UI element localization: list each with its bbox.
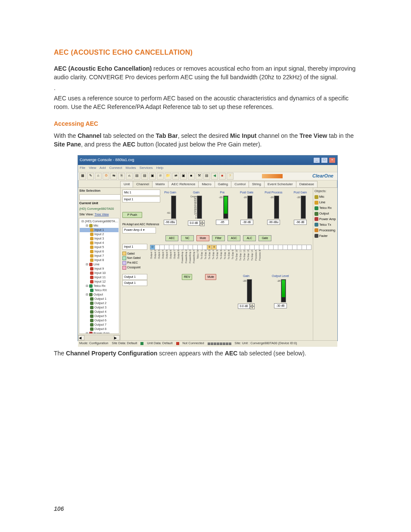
tree-item[interactable]: Input 6 [80, 249, 118, 254]
tree-item[interactable]: Output 3 [80, 305, 118, 310]
tab-string[interactable]: String [249, 181, 265, 187]
tool-icon[interactable]: ▤ [141, 173, 148, 180]
object-item[interactable]: Power Amp [314, 217, 336, 222]
output-gain-spinner[interactable]: 0.0 dB▴▾ [238, 303, 255, 309]
tool-icon[interactable]: 📁 [165, 173, 171, 180]
tree-view[interactable]: ⊟ (HD) Converge880TA… ⊟ Mic Input 1 Inpu… [79, 218, 119, 334]
menu-view[interactable]: View [89, 166, 96, 170]
tool-icon[interactable]: ⎚ [157, 173, 164, 180]
tree-item[interactable]: Input 4 [80, 241, 118, 245]
output-gain-slider[interactable] [247, 279, 252, 302]
agc-button[interactable]: AGC [227, 235, 240, 241]
tree-item[interactable]: Output 2 [80, 301, 118, 305]
window-titlebar[interactable]: Converge Console - 880ta1.cvg _ □ × [78, 156, 337, 165]
minimize-button[interactable]: _ [313, 157, 320, 163]
tab-aec-reference[interactable]: AEC Reference [168, 181, 199, 187]
output-name-box[interactable]: Output 1 [122, 280, 147, 286]
nc-button[interactable]: NC [181, 235, 194, 241]
menu-add[interactable]: Add [100, 166, 106, 170]
object-item[interactable]: Telco Tx [314, 222, 336, 228]
tree-item[interactable]: Input 10 [80, 271, 118, 275]
menu-modes[interactable]: Modes [126, 166, 136, 170]
tool-icon[interactable]: ⇆ [110, 173, 117, 180]
tab-gating[interactable]: Gating [215, 181, 232, 187]
tree-item[interactable]: Output 4 [80, 310, 118, 314]
tree-item[interactable]: Input 8 [80, 258, 118, 262]
tool-icon[interactable]: ■ [188, 173, 195, 180]
tool-icon[interactable]: ⎌ [126, 173, 133, 180]
matrix-row[interactable]: O 00 [150, 245, 311, 250]
tab-matrix[interactable]: Matrix [152, 181, 168, 187]
tool-icon[interactable]: ⌂ [95, 173, 102, 180]
tab-bar[interactable]: Unit Channel Matrix AEC Reference Macro … [78, 180, 337, 188]
tree-item[interactable]: Output 7 [80, 323, 118, 327]
tool-icon[interactable]: ▦ [79, 173, 86, 180]
tree-item-input1[interactable]: Input 1 [80, 228, 118, 232]
tree-item[interactable]: Telco RX [80, 288, 118, 292]
tree-group-output[interactable]: ⊟ Output [80, 292, 118, 297]
mute-button[interactable]: Mute [196, 235, 209, 241]
tree-view-link[interactable]: Tree View [94, 212, 109, 216]
menubar[interactable]: File View Add Connect Modes Services Hel… [78, 165, 337, 172]
ppush-button[interactable]: P Push [122, 212, 142, 218]
tree-item[interactable]: Input 12 [80, 280, 118, 284]
tool-icon[interactable]: ⇄ [172, 173, 179, 180]
gain-spinner[interactable]: 0.0 dB▴▾ [188, 220, 205, 226]
maximize-button[interactable]: □ [321, 157, 328, 163]
tree-item[interactable]: Input 7 [80, 254, 118, 258]
tool-icon[interactable]: ⎘ [118, 173, 125, 180]
tool-icon[interactable]: ▤ [134, 173, 140, 180]
tool-icon[interactable]: ? [227, 173, 234, 180]
tree-group-line[interactable]: ⊟ Line [80, 262, 118, 267]
object-item[interactable]: Line [314, 200, 336, 205]
object-item[interactable]: Output [314, 211, 336, 217]
aec-button[interactable]: AEC [165, 235, 178, 241]
tool-icon[interactable]: ▤ [203, 173, 210, 180]
filter-button[interactable]: Filter [212, 235, 225, 241]
tab-control[interactable]: Control [231, 181, 249, 187]
output-label-box[interactable]: Output 1 [122, 274, 147, 280]
tool-icon[interactable]: ⚙ [103, 173, 109, 180]
tree-group-telco-rx[interactable]: ⊟ Telco Rx [80, 284, 118, 288]
output-mute-button[interactable]: Mute [205, 274, 216, 280]
rev-button[interactable]: REV [182, 274, 192, 280]
tab-database[interactable]: Database [296, 181, 318, 187]
tree-item[interactable]: Input 5 [80, 245, 118, 249]
tab-channel[interactable]: Channel [133, 181, 153, 187]
tool-icon[interactable]: ▣ [149, 173, 156, 180]
tool-icon[interactable]: ⚒ [196, 173, 202, 180]
tree-item[interactable]: Output 1 [80, 297, 118, 301]
object-item[interactable]: Telco Rx [314, 205, 336, 211]
alc-button[interactable]: ALC [243, 235, 256, 241]
tab-unit[interactable]: Unit [120, 181, 133, 187]
tree-item[interactable]: Input 2 [80, 232, 118, 236]
pa-ref-select[interactable]: Power Amp 4 ▾ [122, 227, 156, 233]
object-item[interactable]: Processing [314, 228, 336, 233]
tree-item[interactable]: Input 9 [80, 267, 118, 271]
channel-label[interactable]: Mic 1 [122, 190, 160, 196]
site-select[interactable] [79, 194, 121, 200]
menu-help[interactable]: Help [156, 166, 163, 170]
menu-connect[interactable]: Connect [109, 166, 122, 170]
tree-item[interactable]: Output 6 [80, 318, 118, 323]
tree-item[interactable]: Output 5 [80, 314, 118, 318]
tool-icon[interactable]: ✎ [87, 173, 94, 180]
menu-file[interactable]: File [80, 166, 85, 170]
tool-icon[interactable]: ■ [219, 173, 226, 180]
toolbar[interactable]: ▦ ✎ ⌂ ⚙ ⇆ ⎘ ⎌ ▤ ▤ ▣ ⎚ 📁 ⇄ ▣ ■ ⚒ ▤ ◀ ■ ? … [78, 172, 337, 180]
tree-item[interactable]: Input 3 [80, 236, 118, 241]
object-item[interactable]: Fader [314, 233, 336, 239]
menu-services[interactable]: Services [140, 166, 153, 170]
tree-item[interactable]: Output 8 [80, 327, 118, 331]
gain-slider[interactable] [197, 196, 202, 219]
tree-item[interactable]: Input 11 [80, 275, 118, 280]
close-button[interactable]: × [329, 157, 336, 163]
tab-macro[interactable]: Macro [198, 181, 215, 187]
input-label[interactable]: Input 1 [122, 196, 160, 202]
tool-icon[interactable]: ◀ [211, 173, 218, 180]
object-item[interactable]: Mic [314, 194, 336, 200]
tree-root[interactable]: ⊟ (HD) Converge880TA… [80, 219, 118, 224]
tree-group-mic[interactable]: ⊟ Mic [80, 224, 118, 228]
tree-group-power-amp[interactable]: ⊟ Power Amp [80, 331, 118, 334]
tab-event-scheduler[interactable]: Event Scheduler [264, 181, 296, 187]
